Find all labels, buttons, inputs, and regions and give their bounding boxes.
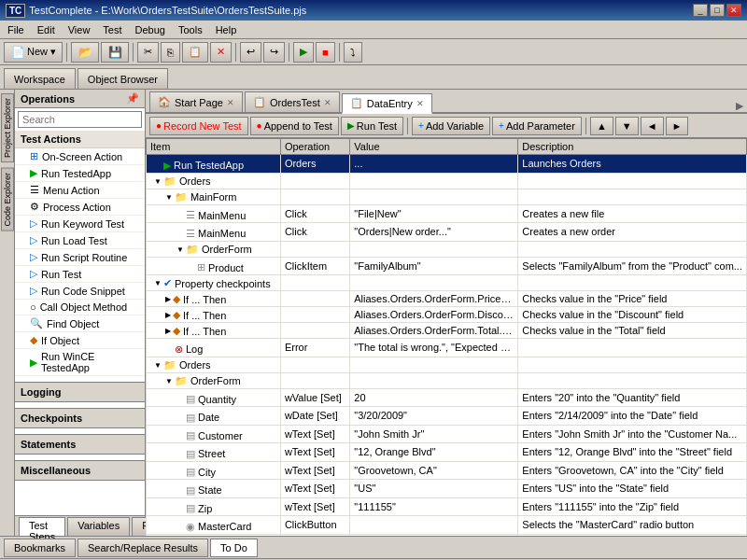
tab-bookmarks[interactable]: Bookmarks [4, 539, 76, 557]
sidebar-item-run-keyword[interactable]: ▷ Run Keyword Test [15, 216, 145, 232]
tab-search-replace[interactable]: Search/Replace Results [78, 539, 208, 557]
sidebar-item-call-object[interactable]: ○ Call Object Method [15, 300, 145, 315]
tab-data-entry[interactable]: 📋 DataEntry ✕ [342, 93, 432, 114]
tab-scroll-right[interactable]: ▶ [736, 100, 743, 112]
table-row[interactable]: ▤ZipwText [Set]"111155"Enters "111155" i… [147, 497, 747, 516]
menu-test[interactable]: Test [97, 22, 127, 37]
tab-start-page-close[interactable]: ✕ [227, 98, 234, 107]
copy-button[interactable]: ⎘ [161, 42, 180, 63]
menu-file[interactable]: File [2, 22, 30, 37]
move-down-button[interactable]: ▼ [615, 117, 639, 135]
table-row[interactable]: ⊗LogError"The total is wrong.", "Expecte… [147, 339, 747, 357]
record-button[interactable]: ● Record New Test [149, 117, 248, 135]
table-row[interactable]: ▼📁Orders [147, 357, 747, 372]
menu-help[interactable]: Help [210, 22, 243, 37]
table-row[interactable]: ▼📁OrderForm [147, 241, 747, 257]
toolbar-sep-1 [66, 43, 67, 62]
save-button[interactable]: 💾 [101, 42, 129, 63]
table-row[interactable]: ▤StreetwText [Set]"12, Orange Blvd"Enter… [147, 443, 747, 462]
run-test-button[interactable]: ▶ Run Test [341, 117, 403, 135]
sidebar-item-on-screen-action[interactable]: ⊞ On-Screen Action [15, 148, 145, 165]
sidebar-item-if-object[interactable]: ◆ If Object [15, 332, 145, 349]
step-button[interactable]: ⤵ [344, 42, 362, 63]
table-row[interactable]: ⊞ProductClickItem"FamilyAlbum"Selects "F… [147, 257, 747, 275]
paste-button[interactable]: 📋 [182, 42, 208, 63]
append-button[interactable]: ● Append to Test [250, 117, 339, 135]
close-button[interactable]: ✕ [726, 4, 741, 17]
menu-view[interactable]: View [63, 22, 96, 37]
add-variable-button[interactable]: + Add Variable [412, 117, 490, 135]
search-input[interactable] [18, 111, 142, 128]
table-row[interactable]: ▶◆If ... ThenAliases.Orders.OrderForm.Pr… [147, 291, 747, 307]
table-row[interactable]: ▼📁Orders [147, 173, 747, 189]
col-operation: Operation [280, 139, 349, 155]
tab-workspace[interactable]: Workspace [4, 68, 76, 89]
table-cell-operation: wDate [Set] [280, 407, 349, 426]
menu-debug[interactable]: Debug [130, 22, 171, 37]
table-cell-operation [280, 173, 349, 189]
table-row[interactable]: ▤CardNowText [Set]"555777555888"Enters "… [147, 534, 747, 536]
redo-button[interactable]: ↪ [263, 42, 285, 63]
table-row[interactable]: ▼📁OrderForm [147, 372, 747, 388]
table-row[interactable]: ▤CustomerwText [Set]"John Smith Jr"Enter… [147, 425, 747, 443]
table-row[interactable]: ☰MainMenuClick"Orders|New order..."Creat… [147, 223, 747, 242]
sidebar-pin-icon[interactable]: 📌 [126, 92, 139, 105]
logging-label: Logging [21, 386, 61, 398]
sidebar-item-process-action[interactable]: ⚙ Process Action [15, 199, 145, 216]
toolbar-sep-2 [133, 43, 134, 62]
sidebar-item-menu-action[interactable]: ☰ Menu Action [15, 182, 145, 199]
tab-todo[interactable]: To Do [210, 539, 258, 557]
move-up-button[interactable]: ▲ [590, 117, 613, 135]
run-button[interactable]: ▶ [293, 42, 314, 63]
menu-edit[interactable]: Edit [32, 22, 61, 37]
menu-tools[interactable]: Tools [173, 22, 208, 37]
tab-test-steps[interactable]: Test Steps [19, 517, 65, 536]
new-button[interactable]: 📄New ▾ [4, 42, 63, 63]
delete-button[interactable]: ✕ [210, 42, 232, 63]
table-row[interactable]: ▤StatewText [Set]"US"Enters "US" into th… [147, 480, 747, 498]
tab-data-entry-close[interactable]: ✕ [416, 99, 424, 108]
sidebar-item-find-object[interactable]: 🔍 Find Object [15, 315, 145, 332]
move-left-button[interactable]: ◄ [641, 117, 664, 135]
sidebar-item-run-test[interactable]: ▷ Run Test [15, 266, 145, 283]
undo-button[interactable]: ↩ [240, 42, 261, 63]
table-cell-description [518, 357, 747, 372]
table-row[interactable]: ▤CitywText [Set]"Groovetown, CA"Enters "… [147, 461, 747, 480]
table-row[interactable]: ▤QuantitywValue [Set]20Enters "20" into … [147, 388, 747, 407]
table-row[interactable]: ▼✔Property checkpoints [147, 275, 747, 291]
maximize-button[interactable]: □ [710, 4, 725, 17]
table-cell-operation: wText [Set] [280, 461, 349, 480]
add-parameter-button[interactable]: + Add Parameter [492, 117, 582, 135]
sidebar-item-run-load[interactable]: ▷ Run Load Test [15, 232, 145, 249]
table-row[interactable]: ▤DatewDate [Set]"3/20/2009"Enters "2/14/… [147, 407, 747, 426]
code-explorer-tab[interactable]: Code Explorer [1, 168, 14, 231]
tab-variables[interactable]: Variables [67, 517, 130, 536]
misc-label: Miscellaneous [21, 465, 91, 476]
table-row[interactable]: ☰MainMenuClick"File|New"Creates a new fi… [147, 204, 747, 223]
sidebar-item-run-script[interactable]: ▷ Run Script Routine [15, 249, 145, 266]
tab-object-browser[interactable]: Object Browser [78, 68, 168, 89]
minimize-button[interactable]: _ [693, 4, 708, 17]
bottom-panel: Bookmarks Search/Replace Results To Do [0, 536, 747, 558]
table-row[interactable]: ▶Run TestedAppOrders...Launches Orders [147, 155, 747, 174]
sidebar-label-script: Run Script Routine [41, 252, 127, 263]
tab-todo-label: To Do [220, 542, 247, 553]
sidebar-item-run-wince[interactable]: ▶ Run WinCE TestedApp [15, 349, 145, 376]
sidebar-item-run-code[interactable]: ▷ Run Code Snippet [15, 283, 145, 300]
table-cell-operation: wText [Set] [280, 497, 349, 516]
sidebar-item-run-tested-app[interactable]: ▶ Run TestedApp [15, 165, 145, 182]
table-row[interactable]: ▶◆If ... ThenAliases.Orders.OrderForm.To… [147, 323, 747, 339]
table-row[interactable]: ▼📁MainForm [147, 189, 747, 204]
stop-button[interactable]: ■ [316, 42, 335, 63]
open-button[interactable]: 📂 [71, 42, 99, 63]
table-cell-item: ▤Date [147, 407, 281, 426]
table-row[interactable]: ▶◆If ... ThenAliases.Orders.OrderForm.Di… [147, 307, 747, 323]
tab-orders-test-close[interactable]: ✕ [324, 98, 331, 107]
tab-orders-test[interactable]: 📋 OrdersTest ✕ [245, 91, 340, 112]
project-explorer-tab[interactable]: Project Explorer [1, 93, 14, 162]
tab-data-entry-icon: 📋 [350, 97, 363, 109]
move-right-button[interactable]: ► [666, 117, 689, 135]
table-row[interactable]: ◉MasterCardClickButtonSelects the "Maste… [147, 516, 747, 535]
tab-start-page[interactable]: 🏠 Start Page ✕ [149, 91, 243, 112]
cut-button[interactable]: ✂ [137, 42, 159, 63]
